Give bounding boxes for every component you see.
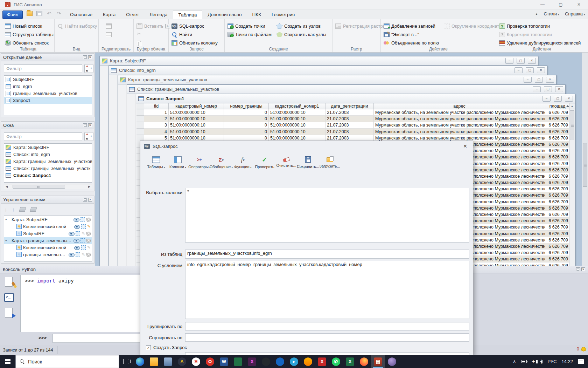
dialog-toolbar-button[interactable]: Колонки▾ (167, 154, 189, 175)
table-cell[interactable]: Мурманская область, на земельном участке… (374, 116, 545, 122)
scrollbar-thumb[interactable] (583, 143, 587, 187)
table-cell[interactable]: 6 626 709 (545, 122, 569, 128)
dialog-toolbar-button[interactable]: Проверить▾ (254, 154, 275, 175)
taskbar-app-icon[interactable] (301, 355, 315, 368)
table-cell[interactable]: 21.07.2003 (326, 129, 374, 135)
ribbon-button[interactable]: Удаление дублирующихся записей (498, 39, 581, 47)
ribbon-button[interactable]: Вставить (136, 22, 171, 30)
expand-icon[interactable]: ▾ (5, 218, 9, 221)
from-tables-input[interactable]: границы_земельных_участков,info_egrn (185, 250, 469, 259)
taskbar-app-icon[interactable]: Я (189, 355, 203, 368)
table-cell[interactable]: 6 626 709 (545, 179, 569, 186)
layer-visibility-icon[interactable] (74, 217, 79, 222)
table-cell[interactable]: 1 (144, 109, 169, 116)
taskbar-app-icon[interactable]: X (245, 355, 259, 368)
column-header[interactable]: кадастровый_номер (169, 103, 224, 109)
ribbon-button[interactable]: Объединение по полю (383, 39, 440, 47)
dialog-title-bar[interactable]: SQL-запрос ✕ (140, 141, 473, 151)
dialog-close-icon[interactable]: ✕ (461, 143, 469, 149)
minimize-window-icon[interactable]: ‒ (524, 77, 532, 83)
table-cell[interactable]: 6 626 709 (545, 173, 569, 179)
close-window-icon[interactable]: ✕ (537, 67, 545, 73)
taskbar-app-icon[interactable]: X (343, 355, 357, 368)
restore-window-icon[interactable]: ▢ (554, 96, 562, 102)
table-cell[interactable]: 6 626 709 (545, 161, 569, 167)
layer-tree-row[interactable]: ▾ Карта: границы_земельны... ✎ (4, 237, 92, 244)
taskbar-app-icon[interactable] (147, 355, 161, 368)
table-cell[interactable]: 6 626 709 (545, 199, 569, 205)
battery-icon[interactable] (521, 360, 527, 363)
table-cell[interactable]: 6 626 709 (545, 211, 569, 218)
taskbar-app-icon[interactable]: W (217, 355, 231, 368)
expand-icon[interactable]: ▾ (5, 239, 9, 242)
create-query-option[interactable]: ✓ Создать Запрос (146, 345, 187, 350)
ribbon-button[interactable]: Точки по файлам (227, 30, 272, 39)
layer-visibility-icon[interactable] (69, 252, 74, 257)
window-list-item[interactable]: Список: info_egrn (4, 151, 92, 158)
ribbon-button[interactable] (105, 22, 114, 30)
dialog-toolbar-button[interactable]: Очистить...▾ (275, 154, 297, 175)
layer-labels-icon[interactable] (86, 217, 91, 222)
save-icon[interactable] (36, 11, 42, 16)
layer-selectable-icon[interactable] (76, 231, 80, 236)
table-cell[interactable]: 21.07.2003 (326, 122, 374, 128)
open-data-item[interactable]: SubjectRF (4, 76, 92, 83)
ribbon-tab[interactable]: Отчет (121, 10, 144, 19)
layer-tree-row[interactable]: SubjectRF ✎ (4, 230, 92, 237)
taskbar-app-icon[interactable] (133, 355, 147, 368)
windows-filter-input[interactable] (4, 132, 82, 141)
ribbon-button[interactable]: Регистрация растра (335, 22, 386, 30)
table-cell[interactable]: 6 626 709 (545, 116, 569, 122)
start-button[interactable] (0, 355, 15, 368)
scrollbar-thumb[interactable] (570, 110, 574, 140)
move-layer-up-icon[interactable]: ↑ (12, 206, 15, 212)
ribbon-tab[interactable]: Легенда (144, 10, 173, 19)
ribbon-button[interactable] (105, 30, 114, 39)
outer-vertical-scrollbar[interactable] (582, 53, 588, 266)
console-prompt-icon[interactable] (4, 292, 15, 304)
layer-selectable-icon[interactable] (81, 245, 86, 250)
column-header[interactable]: дата_регистрации (326, 103, 374, 109)
table-cell[interactable]: 6 626 709 (545, 218, 569, 224)
redo-icon[interactable]: ↷ (56, 11, 62, 16)
ribbon-button[interactable]: Создать из узлов (276, 22, 327, 30)
ribbon-button[interactable]: Обновить колонку (171, 39, 218, 47)
layer-visibility-icon[interactable] (74, 224, 80, 229)
table-cell[interactable]: 51:00:0000000:10 (169, 129, 224, 135)
tray-expand-icon[interactable]: ∧ (513, 359, 516, 364)
clock[interactable]: 14:22 (561, 359, 573, 364)
collapse-ribbon-icon[interactable]: ▲ (535, 12, 538, 16)
dialog-toolbar-button[interactable]: Сохранить...▾ (297, 154, 319, 175)
table-cell[interactable]: 6 626 709 (545, 109, 569, 116)
ribbon-tab[interactable]: Геометрия (266, 10, 300, 19)
window-list-item[interactable]: Список: границы_земельных_участк (4, 165, 92, 172)
restore-window-icon[interactable]: ▢ (526, 67, 534, 73)
table-cell[interactable]: Мурманская область, на земельном участке… (374, 122, 545, 128)
close-panel-icon[interactable] (88, 123, 92, 127)
taskbar-app-icon[interactable]: A (175, 355, 189, 368)
taskbar-app-icon[interactable]: ▸ (287, 355, 301, 368)
taskbar-app-icon[interactable]: O (203, 355, 217, 368)
layer-edit-icon[interactable]: ✎ (87, 224, 91, 229)
layer-selectable-icon[interactable] (80, 217, 85, 222)
table-cell[interactable]: 6 626 709 (545, 250, 569, 256)
help-menu[interactable]: Справка (565, 11, 585, 16)
notification-bell-icon[interactable] (581, 347, 586, 351)
table-row[interactable]: 451:00:0000000:10051:00:0000000:1021.07.… (136, 129, 569, 135)
layer-labels-icon[interactable] (86, 231, 91, 236)
table-cell[interactable]: 6 626 709 (545, 154, 569, 160)
language-indicator[interactable]: РУС (547, 359, 556, 364)
order-by-input[interactable] (185, 333, 469, 342)
sort-az-button[interactable]: АБ↓ (84, 132, 93, 141)
table-cell[interactable]: 0 (224, 109, 269, 116)
open-data-item[interactable]: границы_земельных_участков (4, 90, 92, 97)
scroll-up-icon[interactable]: ▲ (569, 103, 575, 109)
ribbon-button[interactable]: Округление координат (443, 22, 500, 30)
table-cell[interactable]: 21.07.2003 (326, 109, 374, 116)
taskbar-app-icon[interactable] (259, 355, 273, 368)
layer-labels-icon[interactable] (86, 238, 91, 243)
move-layer-down-icon[interactable]: ↓ (5, 206, 7, 212)
restore-window-icon[interactable]: ▢ (535, 77, 543, 83)
ribbon-button[interactable]: Коррекция топологии (498, 30, 581, 39)
layer-edit-icon[interactable]: ✎ (82, 252, 85, 257)
